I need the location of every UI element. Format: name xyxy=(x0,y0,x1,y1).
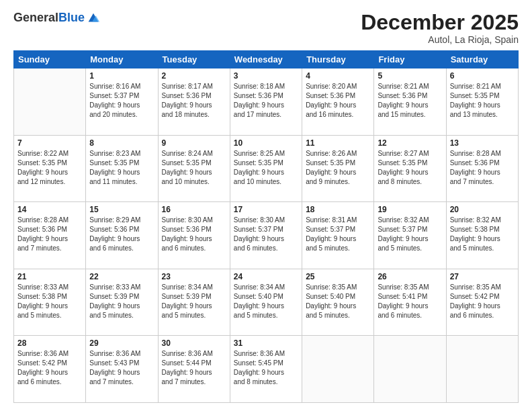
weekday-header: Sunday xyxy=(14,51,86,68)
day-info: Sunrise: 8:32 AM Sunset: 5:38 PM Dayligh… xyxy=(450,216,515,253)
logo-text: GeneralBlue xyxy=(13,11,85,25)
calendar-cell: 22Sunrise: 8:33 AM Sunset: 5:39 PM Dayli… xyxy=(86,269,158,336)
day-info: Sunrise: 8:26 AM Sunset: 5:35 PM Dayligh… xyxy=(306,149,370,187)
weekday-header-row: SundayMondayTuesdayWednesdayThursdayFrid… xyxy=(14,51,519,68)
day-info: Sunrise: 8:30 AM Sunset: 5:37 PM Dayligh… xyxy=(234,216,298,253)
calendar-cell: 16Sunrise: 8:30 AM Sunset: 5:36 PM Dayli… xyxy=(158,202,230,269)
day-number: 15 xyxy=(89,205,154,214)
weekday-header: Monday xyxy=(86,51,158,68)
day-info: Sunrise: 8:24 AM Sunset: 5:35 PM Dayligh… xyxy=(162,149,226,187)
weekday-header: Tuesday xyxy=(158,51,230,68)
calendar-cell: 17Sunrise: 8:30 AM Sunset: 5:37 PM Dayli… xyxy=(230,202,302,269)
month-title: December 2025 xyxy=(361,11,519,34)
weekday-header: Saturday xyxy=(446,51,518,68)
calendar-cell: 2Sunrise: 8:17 AM Sunset: 5:36 PM Daylig… xyxy=(158,68,230,136)
calendar-week-row: 1Sunrise: 8:16 AM Sunset: 5:37 PM Daylig… xyxy=(14,68,519,136)
day-info: Sunrise: 8:34 AM Sunset: 5:40 PM Dayligh… xyxy=(234,283,298,320)
day-info: Sunrise: 8:36 AM Sunset: 5:42 PM Dayligh… xyxy=(17,349,82,387)
day-number: 5 xyxy=(378,71,442,81)
day-info: Sunrise: 8:33 AM Sunset: 5:39 PM Dayligh… xyxy=(89,283,154,320)
day-number: 26 xyxy=(378,272,442,281)
day-info: Sunrise: 8:17 AM Sunset: 5:36 PM Dayligh… xyxy=(162,82,226,120)
day-number: 29 xyxy=(89,338,154,348)
day-number: 20 xyxy=(450,205,515,214)
day-number: 2 xyxy=(162,71,226,81)
day-number: 23 xyxy=(162,272,226,281)
weekday-header: Friday xyxy=(374,51,446,68)
day-number: 7 xyxy=(17,138,82,148)
day-number: 18 xyxy=(306,205,370,214)
calendar-cell: 21Sunrise: 8:33 AM Sunset: 5:38 PM Dayli… xyxy=(14,269,86,336)
day-number: 22 xyxy=(89,272,154,281)
calendar-cell: 27Sunrise: 8:35 AM Sunset: 5:42 PM Dayli… xyxy=(446,269,518,336)
day-info: Sunrise: 8:21 AM Sunset: 5:36 PM Dayligh… xyxy=(378,82,442,120)
day-number: 17 xyxy=(234,205,298,214)
day-info: Sunrise: 8:36 AM Sunset: 5:44 PM Dayligh… xyxy=(162,349,226,387)
calendar-cell: 28Sunrise: 8:36 AM Sunset: 5:42 PM Dayli… xyxy=(14,336,86,403)
calendar-cell: 30Sunrise: 8:36 AM Sunset: 5:44 PM Dayli… xyxy=(158,336,230,403)
day-info: Sunrise: 8:36 AM Sunset: 5:43 PM Dayligh… xyxy=(89,349,154,387)
day-number: 9 xyxy=(162,138,226,148)
day-info: Sunrise: 8:29 AM Sunset: 5:36 PM Dayligh… xyxy=(89,216,154,253)
header: GeneralBlue December 2025 Autol, La Rioj… xyxy=(13,11,519,45)
day-number: 4 xyxy=(306,71,370,81)
day-number: 10 xyxy=(234,138,298,148)
calendar-table: SundayMondayTuesdayWednesdayThursdayFrid… xyxy=(13,50,519,403)
calendar-cell: 11Sunrise: 8:26 AM Sunset: 5:35 PM Dayli… xyxy=(302,135,374,202)
calendar-cell: 29Sunrise: 8:36 AM Sunset: 5:43 PM Dayli… xyxy=(86,336,158,403)
day-number: 3 xyxy=(234,71,298,81)
logo-icon xyxy=(86,11,101,26)
day-info: Sunrise: 8:25 AM Sunset: 5:35 PM Dayligh… xyxy=(234,149,298,187)
day-number: 19 xyxy=(378,205,442,214)
calendar-week-row: 7Sunrise: 8:22 AM Sunset: 5:35 PM Daylig… xyxy=(14,135,519,202)
day-info: Sunrise: 8:28 AM Sunset: 5:36 PM Dayligh… xyxy=(450,149,515,187)
calendar-cell: 14Sunrise: 8:28 AM Sunset: 5:36 PM Dayli… xyxy=(14,202,86,269)
calendar-cell: 20Sunrise: 8:32 AM Sunset: 5:38 PM Dayli… xyxy=(446,202,518,269)
calendar-cell: 13Sunrise: 8:28 AM Sunset: 5:36 PM Dayli… xyxy=(446,135,518,202)
day-number: 24 xyxy=(234,272,298,281)
day-info: Sunrise: 8:33 AM Sunset: 5:38 PM Dayligh… xyxy=(17,283,82,320)
calendar-cell: 4Sunrise: 8:20 AM Sunset: 5:36 PM Daylig… xyxy=(302,68,374,136)
day-info: Sunrise: 8:16 AM Sunset: 5:37 PM Dayligh… xyxy=(89,82,154,120)
logo: GeneralBlue xyxy=(13,11,101,26)
calendar-cell: 10Sunrise: 8:25 AM Sunset: 5:35 PM Dayli… xyxy=(230,135,302,202)
calendar-cell xyxy=(446,336,518,403)
day-info: Sunrise: 8:28 AM Sunset: 5:36 PM Dayligh… xyxy=(17,216,82,253)
calendar-week-row: 28Sunrise: 8:36 AM Sunset: 5:42 PM Dayli… xyxy=(14,336,519,403)
weekday-header: Thursday xyxy=(302,51,374,68)
calendar-cell: 12Sunrise: 8:27 AM Sunset: 5:35 PM Dayli… xyxy=(374,135,446,202)
calendar-cell: 26Sunrise: 8:35 AM Sunset: 5:41 PM Dayli… xyxy=(374,269,446,336)
day-number: 6 xyxy=(450,71,515,81)
calendar-cell xyxy=(374,336,446,403)
day-number: 12 xyxy=(378,138,442,148)
calendar-cell: 8Sunrise: 8:23 AM Sunset: 5:35 PM Daylig… xyxy=(86,135,158,202)
page: GeneralBlue December 2025 Autol, La Rioj… xyxy=(0,0,532,411)
day-number: 25 xyxy=(306,272,370,281)
day-number: 16 xyxy=(162,205,226,214)
day-info: Sunrise: 8:21 AM Sunset: 5:35 PM Dayligh… xyxy=(450,82,515,120)
day-info: Sunrise: 8:27 AM Sunset: 5:35 PM Dayligh… xyxy=(378,149,442,187)
day-info: Sunrise: 8:20 AM Sunset: 5:36 PM Dayligh… xyxy=(306,82,370,120)
day-number: 11 xyxy=(306,138,370,148)
day-number: 13 xyxy=(450,138,515,148)
day-number: 14 xyxy=(17,205,82,214)
calendar-cell: 7Sunrise: 8:22 AM Sunset: 5:35 PM Daylig… xyxy=(14,135,86,202)
day-info: Sunrise: 8:35 AM Sunset: 5:40 PM Dayligh… xyxy=(306,283,370,320)
calendar-cell: 19Sunrise: 8:32 AM Sunset: 5:37 PM Dayli… xyxy=(374,202,446,269)
day-number: 1 xyxy=(89,71,154,81)
day-info: Sunrise: 8:23 AM Sunset: 5:35 PM Dayligh… xyxy=(89,149,154,187)
calendar-cell: 25Sunrise: 8:35 AM Sunset: 5:40 PM Dayli… xyxy=(302,269,374,336)
day-info: Sunrise: 8:35 AM Sunset: 5:42 PM Dayligh… xyxy=(450,283,515,320)
day-number: 8 xyxy=(89,138,154,148)
day-info: Sunrise: 8:34 AM Sunset: 5:39 PM Dayligh… xyxy=(162,283,226,320)
day-info: Sunrise: 8:35 AM Sunset: 5:41 PM Dayligh… xyxy=(378,283,442,320)
calendar-cell xyxy=(14,68,86,136)
day-number: 27 xyxy=(450,272,515,281)
title-block: December 2025 Autol, La Rioja, Spain xyxy=(361,11,519,45)
day-info: Sunrise: 8:31 AM Sunset: 5:37 PM Dayligh… xyxy=(306,216,370,253)
day-info: Sunrise: 8:30 AM Sunset: 5:36 PM Dayligh… xyxy=(162,216,226,253)
day-info: Sunrise: 8:36 AM Sunset: 5:45 PM Dayligh… xyxy=(234,349,298,387)
calendar-cell: 31Sunrise: 8:36 AM Sunset: 5:45 PM Dayli… xyxy=(230,336,302,403)
day-info: Sunrise: 8:18 AM Sunset: 5:36 PM Dayligh… xyxy=(234,82,298,120)
day-number: 31 xyxy=(234,338,298,348)
